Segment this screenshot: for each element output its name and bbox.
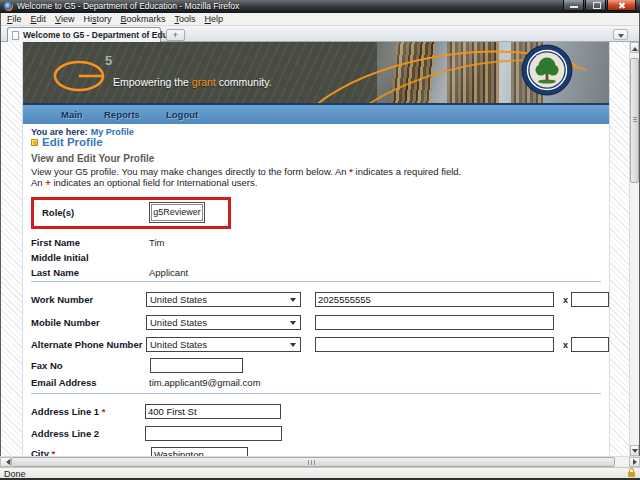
address-line1-row: Address Line 1 *	[31, 404, 609, 421]
vertical-scroll-thumb[interactable]	[630, 58, 639, 183]
address-line1-input[interactable]	[145, 404, 281, 419]
alternate-number-label: Alternate Phone Number	[31, 339, 142, 350]
close-button[interactable]	[607, 0, 636, 11]
mobile-country-value: United States	[150, 317, 207, 328]
tab-bar: Welcome to G5 - Department of Edu... +	[1, 26, 639, 42]
menu-bar: File Edit View History Bookmarks Tools H…	[1, 13, 639, 26]
scroll-right-button[interactable]	[629, 457, 640, 467]
city-row: City *	[31, 446, 609, 456]
vertical-scrollbar[interactable]	[629, 42, 639, 456]
tab-label: Welcome to G5 - Department of Edu...	[23, 30, 175, 40]
city-input[interactable]	[151, 447, 248, 456]
intro-line-1: View your G5 profile. You may make chang…	[31, 166, 461, 177]
menu-label: iew	[61, 14, 75, 24]
alternate-country-select[interactable]: United States	[146, 337, 301, 352]
bullet-icon	[31, 139, 38, 146]
menu-view[interactable]: View	[55, 14, 74, 24]
nav-item-main[interactable]: Main	[61, 109, 83, 120]
nav-item-logout[interactable]: Logout	[166, 109, 198, 120]
menu-bookmarks[interactable]: Bookmarks	[120, 14, 165, 24]
minimize-button[interactable]	[563, 0, 584, 11]
intro-text: View your G5 profile. You may make chang…	[31, 166, 349, 177]
chevron-down-icon	[290, 343, 296, 350]
address-line2-input[interactable]	[145, 426, 282, 441]
section-title: View and Edit Your Profile	[31, 153, 154, 164]
work-country-value: United States	[150, 294, 207, 305]
chevron-down-icon	[290, 298, 296, 305]
nav-item-reports[interactable]: Reports	[104, 109, 140, 120]
scroll-down-button[interactable]	[630, 445, 639, 456]
menu-label: dit	[37, 14, 47, 24]
work-number-input[interactable]	[315, 292, 554, 307]
alternate-number-input[interactable]	[315, 337, 554, 352]
city-label: City *	[31, 448, 55, 456]
role-button-label: g5Reviewer	[151, 204, 203, 221]
menu-label: Hi	[83, 14, 92, 24]
menu-history[interactable]: History	[83, 14, 111, 24]
email-row: Email Address tim.applicant9@gmail.com	[31, 375, 609, 392]
last-name-value: Applicant	[149, 267, 188, 278]
roles-label: Role(s)	[42, 207, 74, 218]
work-number-label: Work Number	[31, 294, 93, 305]
new-tab-button[interactable]: +	[166, 29, 185, 41]
main-nav: Main Reports Logout	[23, 103, 609, 124]
menu-edit[interactable]: Edit	[31, 14, 47, 24]
window-title: Welcome to G5 - Department of Education …	[17, 1, 239, 12]
alternate-number-row: Alternate Phone Number United States x	[31, 337, 609, 354]
work-country-select[interactable]: United States	[146, 292, 301, 307]
status-bar: Done	[0, 467, 640, 478]
section-divider	[31, 393, 601, 394]
menu-label: tory	[96, 14, 111, 24]
page-viewport: 5 Empowering the grant community. Main R…	[1, 42, 629, 456]
first-name-value: Tim	[149, 237, 164, 248]
required-mark: *	[102, 406, 106, 417]
library-photo	[377, 42, 609, 103]
tab-welcome-g5[interactable]: Welcome to G5 - Department of Edu...	[7, 27, 161, 42]
tagline-text: Empowering the	[113, 76, 192, 88]
menu-help[interactable]: Help	[204, 14, 223, 24]
firefox-icon	[4, 2, 13, 11]
menu-tools[interactable]: Tools	[174, 14, 195, 24]
email-value: tim.applicant9@gmail.com	[149, 377, 261, 388]
scroll-up-button[interactable]	[630, 42, 639, 53]
mobile-number-label: Mobile Number	[31, 317, 100, 328]
mobile-number-input[interactable]	[315, 315, 554, 330]
tagline-accent: grant	[192, 76, 216, 88]
address-line2-row: Address Line 2	[31, 426, 609, 443]
work-ext-input[interactable]	[571, 292, 609, 307]
role-g5reviewer-button[interactable]: g5Reviewer	[149, 202, 205, 223]
alternate-ext-label: x	[563, 340, 568, 350]
mobile-country-select[interactable]: United States	[146, 315, 301, 330]
menu-file[interactable]: File	[7, 14, 22, 24]
scroll-left-button[interactable]	[0, 457, 11, 467]
intro-line-2: An + indicates an optional field for Int…	[31, 177, 257, 188]
horizontal-scrollbar[interactable]	[0, 456, 640, 467]
fax-input[interactable]	[150, 358, 243, 373]
email-label: Email Address	[31, 377, 97, 388]
last-name-label: Last Name	[31, 267, 79, 278]
middle-initial-label: Middle Initial	[31, 252, 89, 263]
role-annotation-box: Role(s) g5Reviewer	[31, 197, 231, 229]
address-line1-label: Address Line 1 *	[31, 406, 105, 417]
menu-label: ile	[13, 14, 22, 24]
mobile-number-row: Mobile Number United States	[31, 315, 609, 332]
title-bar: Welcome to G5 - Department of Education …	[0, 0, 640, 13]
menu-label: ools	[179, 14, 196, 24]
g5-banner: 5 Empowering the grant community.	[23, 42, 609, 103]
tagline-text: community.	[216, 76, 272, 88]
alternate-country-value: United States	[150, 339, 207, 350]
required-mark: *	[52, 448, 56, 456]
alternate-ext-input[interactable]	[571, 337, 609, 352]
list-tabs-button[interactable]	[613, 29, 628, 40]
page-title: Edit Profile	[42, 136, 103, 148]
chevron-down-icon	[290, 321, 296, 328]
horizontal-scroll-thumb[interactable]	[11, 457, 615, 467]
restore-button[interactable]	[585, 0, 606, 11]
menu-label: elp	[211, 14, 223, 24]
intro-text: indicates a required field.	[353, 166, 461, 177]
fax-label: Fax No	[31, 360, 63, 371]
address-line2-label: Address Line 2	[31, 428, 99, 439]
fax-row: Fax No	[31, 358, 609, 375]
browser-window: Welcome to G5 - Department of Education …	[0, 0, 640, 480]
work-number-row: Work Number United States x	[31, 292, 609, 309]
